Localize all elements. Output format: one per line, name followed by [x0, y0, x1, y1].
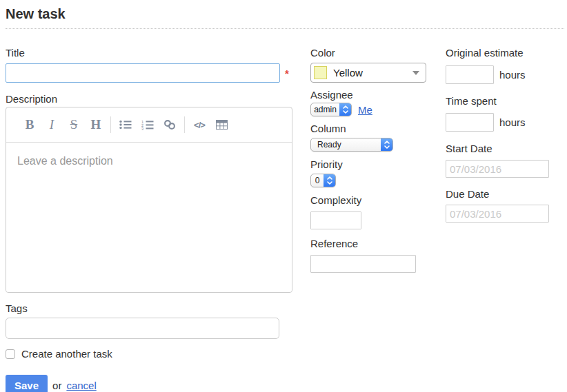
toolbar-divider [110, 116, 111, 133]
complexity-input[interactable] [310, 212, 361, 229]
color-swatch-yellow [314, 66, 327, 79]
link-icon [163, 119, 176, 130]
form-actions: Save or cancel [6, 375, 292, 392]
start-date-input[interactable] [446, 160, 549, 178]
heading-button[interactable]: H [85, 117, 107, 132]
assignee-row: admin Me [310, 103, 438, 116]
priority-label: Priority [310, 158, 438, 170]
tags-input[interactable] [6, 318, 279, 339]
new-task-page: New task Title * Description B I S H [0, 0, 567, 392]
original-estimate-input[interactable] [446, 65, 494, 84]
tags-label: Tags [6, 302, 292, 314]
description-label: Description [6, 93, 292, 105]
code-icon: </> [194, 120, 205, 130]
page-title: New task [6, 4, 564, 29]
select-stepper-icon [324, 174, 335, 187]
color-dropdown[interactable]: Yellow [310, 63, 426, 83]
unordered-list-button[interactable] [115, 120, 137, 130]
heading-icon: H [91, 117, 101, 132]
right-column: Original estimate hours Time spent hours… [446, 47, 567, 223]
link-button[interactable] [159, 119, 181, 130]
time-spent-row: hours [446, 113, 567, 132]
column-label: Column [310, 123, 438, 134]
strikethrough-icon: S [70, 117, 78, 132]
task-form: Title * Description B I S H [6, 47, 561, 392]
color-label: Color [310, 47, 438, 59]
priority-selected-value: 0 [311, 174, 324, 187]
start-date-label: Start Date [446, 143, 567, 154]
title-input[interactable] [6, 63, 280, 83]
title-row: * [6, 63, 292, 83]
title-label: Title [6, 47, 292, 59]
assignee-label: Assignee [310, 89, 438, 101]
color-selected-value: Yellow [333, 67, 406, 79]
or-text: or [52, 380, 61, 391]
editor-toolbar: B I S H 1 2 [6, 107, 292, 143]
cancel-link[interactable]: cancel [66, 380, 96, 391]
assignee-select[interactable]: admin [310, 103, 352, 116]
hours-suffix: hours [499, 116, 526, 128]
original-estimate-row: hours [446, 65, 567, 84]
save-button[interactable]: Save [6, 375, 48, 392]
create-another-row: Create another task [6, 348, 292, 360]
table-button[interactable] [210, 120, 232, 130]
column-select[interactable]: Ready [310, 138, 393, 152]
required-asterisk: * [285, 68, 289, 79]
svg-text:3: 3 [141, 126, 143, 130]
select-stepper-icon [381, 138, 392, 151]
assign-me-link[interactable]: Me [358, 104, 372, 116]
reference-input[interactable] [310, 255, 416, 273]
italic-button[interactable]: I [41, 117, 63, 132]
create-another-checkbox[interactable] [6, 349, 15, 359]
ordered-list-button[interactable]: 1 2 3 [137, 120, 159, 130]
hours-suffix: hours [499, 69, 526, 81]
strikethrough-button[interactable]: S [63, 117, 85, 132]
description-textarea[interactable] [6, 143, 292, 292]
table-icon [216, 120, 228, 130]
time-spent-label: Time spent [446, 95, 567, 107]
reference-label: Reference [310, 238, 438, 249]
priority-select[interactable]: 0 [310, 174, 336, 187]
middle-column: Color Yellow Assignee admin Me Co [310, 47, 438, 273]
italic-icon: I [50, 117, 54, 132]
assignee-selected-value: admin [311, 103, 339, 116]
original-estimate-label: Original estimate [446, 47, 567, 59]
complexity-label: Complexity [310, 194, 438, 206]
chevron-down-icon [412, 71, 419, 75]
select-stepper-icon [339, 103, 351, 116]
toolbar-divider [184, 116, 185, 133]
create-another-label: Create another task [21, 348, 112, 360]
bold-button[interactable]: B [19, 117, 41, 132]
due-date-input[interactable] [446, 205, 549, 223]
left-column: Title * Description B I S H [6, 47, 292, 392]
unordered-list-icon [119, 120, 132, 130]
due-date-label: Due Date [446, 188, 567, 200]
description-editor: B I S H 1 2 [6, 107, 292, 293]
ordered-list-icon: 1 2 3 [141, 120, 154, 130]
code-button[interactable]: </> [188, 120, 210, 130]
bold-icon: B [26, 117, 34, 132]
time-spent-input[interactable] [446, 113, 494, 132]
column-selected-value: Ready [311, 138, 381, 151]
